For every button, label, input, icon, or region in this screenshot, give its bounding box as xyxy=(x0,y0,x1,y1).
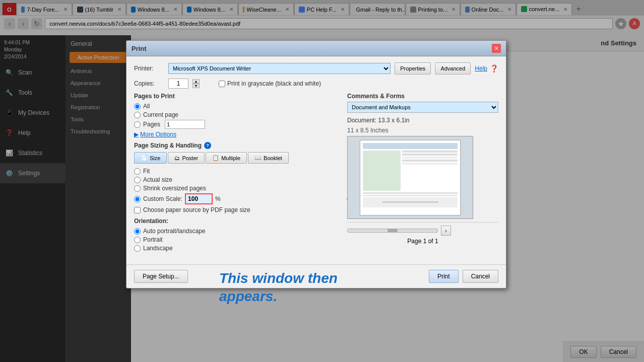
actual-size-radio-row: Actual size xyxy=(134,176,340,183)
size-tab-icon: 📄 xyxy=(141,155,148,161)
auto-radio[interactable] xyxy=(134,228,141,235)
pages-radio[interactable] xyxy=(134,121,141,128)
shrink-label: Shrink oversized pages xyxy=(143,185,206,192)
tab-poster[interactable]: 🗂 Poster xyxy=(168,152,205,164)
print-main-section: Pages to Print All Current page Pages ▶ xyxy=(134,93,498,253)
print-dialog-footer: Page Setup... Print Cancel xyxy=(126,264,506,288)
choose-paper-row: Choose paper source by PDF page size xyxy=(134,206,340,213)
all-radio[interactable] xyxy=(134,103,141,110)
custom-scale-label: Custom Scale: xyxy=(143,195,182,202)
grayscale-text: Print in grayscale (black and white) xyxy=(227,80,321,87)
grayscale-checkbox[interactable] xyxy=(219,81,225,87)
sizing-title: Page Sizing & Handling ? xyxy=(134,142,340,149)
page-navigation: › xyxy=(347,222,498,236)
current-page-radio[interactable] xyxy=(134,112,141,118)
custom-scale-row: Custom Scale: % xyxy=(134,193,340,204)
sizing-tabs: 📄 Size 🗂 Poster 📋 Multiple 📖 xyxy=(134,152,340,164)
choose-paper-checkbox[interactable] xyxy=(134,207,141,213)
page-setup-button[interactable]: Page Setup... xyxy=(134,270,188,283)
actual-size-radio[interactable] xyxy=(134,177,141,183)
orientation-title: Orientation: xyxy=(134,218,340,225)
current-page-label: Current page xyxy=(143,111,178,118)
pages-input[interactable] xyxy=(165,120,205,129)
preview-page xyxy=(360,140,461,215)
scroll-track[interactable] xyxy=(347,229,438,233)
more-options-link[interactable]: ▶ More Options xyxy=(134,131,340,138)
comments-select[interactable]: Document and Markups xyxy=(347,102,498,113)
shrink-radio[interactable] xyxy=(134,185,141,192)
pages-radio-row: Pages xyxy=(134,120,340,129)
print-dialog: Print ✕ Printer: Microsoft XPS Document … xyxy=(126,40,506,288)
fit-radio[interactable] xyxy=(134,168,141,175)
print-button[interactable]: Print xyxy=(429,270,459,283)
copies-row: Copies: ▲ ▼ Print in grayscale (black an… xyxy=(134,79,498,89)
dialog-close-button[interactable]: ✕ xyxy=(492,44,501,53)
landscape-radio-row: Landscape xyxy=(134,245,340,252)
scroll-thumb xyxy=(388,229,398,232)
copies-spinner[interactable]: ▲ ▼ xyxy=(192,79,200,88)
more-options-chevron: ▶ xyxy=(134,131,139,138)
portrait-radio[interactable] xyxy=(134,237,141,243)
properties-button[interactable]: Properties xyxy=(395,62,431,75)
tab-booklet[interactable]: 📖 Booklet xyxy=(248,152,289,164)
all-label: All xyxy=(143,103,150,110)
advanced-button[interactable]: Advanced xyxy=(435,62,471,75)
print-right-column: Comments & Forms Document and Markups Do… xyxy=(347,93,498,253)
current-page-radio-row: Current page xyxy=(134,111,340,118)
page-preview xyxy=(347,136,473,219)
landscape-label: Landscape xyxy=(143,245,173,252)
landscape-radio[interactable] xyxy=(134,245,141,252)
custom-scale-pct: % xyxy=(215,195,221,202)
cancel-print-button[interactable]: Cancel xyxy=(463,270,498,283)
all-radio-row: All xyxy=(134,103,340,110)
printer-label: Printer: xyxy=(134,65,164,72)
copies-input[interactable] xyxy=(168,79,188,89)
custom-scale-input[interactable] xyxy=(185,193,213,204)
shrink-radio-row: Shrink oversized pages xyxy=(134,185,340,192)
sizing-section: Page Sizing & Handling ? 📄 Size 🗂 Poster xyxy=(134,142,340,213)
print-body: Printer: Microsoft XPS Document Writer P… xyxy=(126,56,506,259)
custom-scale-radio[interactable] xyxy=(134,196,141,202)
page-count-label: Page 1 of 1 xyxy=(407,238,438,245)
page-label: Page 1 of 1 xyxy=(347,238,498,245)
tab-multiple[interactable]: 📋 Multiple xyxy=(206,152,247,164)
fit-radio-row: Fit xyxy=(134,168,340,175)
next-page-button[interactable]: › xyxy=(441,226,451,236)
fit-label: Fit xyxy=(143,168,150,175)
tab-size[interactable]: 📄 Size xyxy=(134,152,167,164)
orientation-section: Orientation: Auto portrait/landscape Por… xyxy=(134,218,340,252)
comments-label: Comments & Forms xyxy=(347,93,498,100)
dialog-title: Print xyxy=(132,45,147,52)
portrait-radio-row: Portrait xyxy=(134,236,340,243)
sizing-help-icon[interactable]: ? xyxy=(204,142,211,149)
booklet-tab-icon: 📖 xyxy=(254,155,262,161)
more-options-row: ▶ More Options xyxy=(134,131,340,138)
pages-label: Pages xyxy=(143,121,160,128)
multiple-tab-icon: 📋 xyxy=(212,155,219,161)
actual-size-label: Actual size xyxy=(143,176,172,183)
doc-size: Document: 13.3 x 6.1in xyxy=(347,117,498,124)
help-link[interactable]: Help xyxy=(475,65,487,72)
help-question-icon: ❓ xyxy=(490,64,498,73)
grayscale-label: Print in grayscale (black and white) xyxy=(219,80,321,87)
copies-label: Copies: xyxy=(134,80,164,87)
printer-row: Printer: Microsoft XPS Document Writer P… xyxy=(134,62,498,75)
print-left-column: Pages to Print All Current page Pages ▶ xyxy=(134,93,340,253)
printer-select[interactable]: Microsoft XPS Document Writer xyxy=(168,63,391,74)
page-size-label: 11 x 8.5 Inches xyxy=(347,127,498,134)
poster-tab-icon: 🗂 xyxy=(174,155,180,161)
dialog-title-bar: Print ✕ xyxy=(126,41,506,56)
choose-paper-label: Choose paper source by PDF page size xyxy=(143,206,250,213)
portrait-label: Portrait xyxy=(143,236,163,243)
footer-actions: Print Cancel xyxy=(429,270,498,283)
auto-radio-row: Auto portrait/landscape xyxy=(134,228,340,235)
pages-to-print-title: Pages to Print xyxy=(134,93,340,100)
spinner-down[interactable]: ▼ xyxy=(192,84,200,88)
spinner-up[interactable]: ▲ xyxy=(192,79,200,84)
auto-label: Auto portrait/landscape xyxy=(143,228,205,235)
